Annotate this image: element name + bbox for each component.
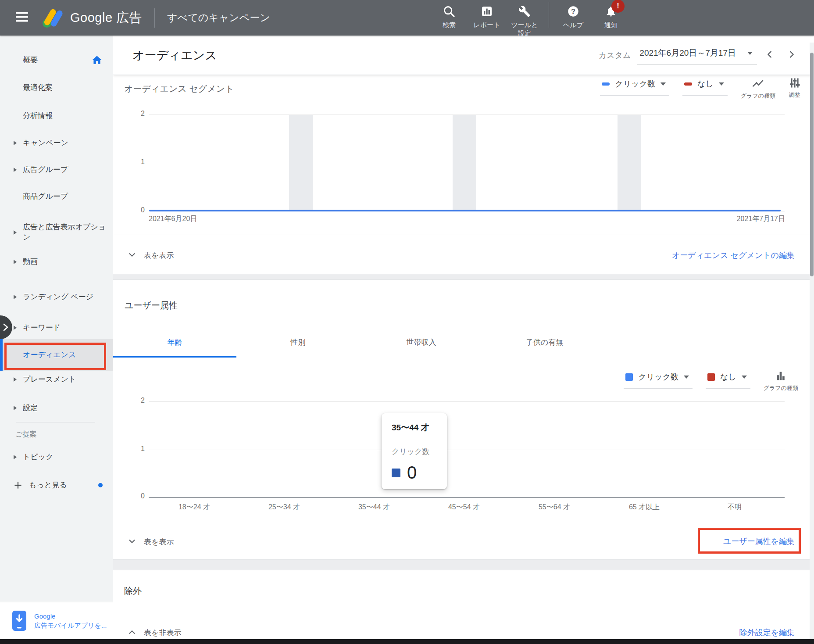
adjust-button[interactable]: 調整 <box>789 76 801 99</box>
sidebar-item-recommendations[interactable]: 最適化案 <box>0 75 113 100</box>
google-ads-logo[interactable]: Google 広告 <box>42 8 142 28</box>
adjust-label: 調整 <box>789 91 800 99</box>
help-button[interactable]: ? ヘルプ <box>554 0 592 29</box>
search-label: 検索 <box>443 21 456 29</box>
chart-type-label: グラフの種類 <box>764 384 798 392</box>
sidebar-item-settings[interactable]: 設定 <box>0 396 113 420</box>
tooltip-metric: クリック数 <box>392 447 447 457</box>
expand-chevron-icon[interactable] <box>14 377 17 382</box>
metric-color-dash <box>602 82 610 86</box>
sidebar-item-audiences[interactable]: オーディエンス <box>0 339 113 371</box>
expand-chevron-icon[interactable] <box>14 295 17 299</box>
divider <box>113 613 814 613</box>
topbar-separator <box>549 2 549 28</box>
date-next-button[interactable] <box>782 47 801 64</box>
sidebar-item-label: もっと見る <box>29 480 67 490</box>
notifications-button[interactable]: 通知 ! <box>592 0 630 29</box>
secondary-metric-dropdown[interactable]: なし <box>682 76 728 96</box>
sidebar-item-topics[interactable]: トピック <box>0 445 113 469</box>
sidebar-item-label: キーワード <box>23 323 61 333</box>
sidebar-item-show-more[interactable]: もっと見る <box>0 473 113 497</box>
primary-metric-dropdown[interactable]: クリック数 <box>600 76 669 96</box>
chevron-down-icon <box>742 376 747 379</box>
edit-exclusions-link[interactable]: 除外設定を編集 <box>739 627 795 638</box>
expand-chevron-icon[interactable] <box>14 455 17 459</box>
sidebar-item-product-groups[interactable]: 商品グループ <box>0 184 113 209</box>
date-range-value: 2021年6月20日～7月17日 <box>639 47 736 59</box>
edit-demographics-link[interactable]: ユーザー属性を編集 <box>723 536 795 547</box>
demographics-title: ユーザー属性 <box>125 300 178 311</box>
gridline <box>149 450 785 450</box>
scrollbar-thumb[interactable] <box>810 53 814 276</box>
campaign-scope[interactable]: すべてのキャンペーン <box>167 11 270 25</box>
hide-table-label[interactable]: 表を非表示 <box>144 628 181 638</box>
sidebar-item-label: 広告と広告表示オプション <box>23 222 107 243</box>
demographics-chart-controls: クリック数 なし グラフの種類 <box>624 369 798 392</box>
sidebar-item-ad-groups[interactable]: 広告グループ <box>0 157 113 182</box>
reports-button[interactable]: レポート <box>468 0 506 29</box>
expand-chevron-icon[interactable] <box>14 260 17 264</box>
sidebar-item-landing-pages[interactable]: ランディング ページ <box>0 279 113 315</box>
y-tick: 0 <box>125 492 145 500</box>
suggestions-header: ご提案 <box>15 430 36 439</box>
gridline <box>149 401 785 402</box>
chart-type-button[interactable]: グラフの種類 <box>764 369 798 392</box>
tab-gender[interactable]: 性別 <box>236 327 360 358</box>
tools-settings-button[interactable]: ツールと 設定 <box>506 0 543 36</box>
sidebar-item-label: ランディング ページ <box>23 292 93 302</box>
svg-text:?: ? <box>571 7 575 15</box>
primary-metric-label: クリック数 <box>638 372 678 382</box>
primary-metric-dropdown[interactable]: クリック数 <box>624 369 693 389</box>
expand-chevron-icon[interactable] <box>14 406 17 410</box>
tooltip-color-square <box>392 469 400 477</box>
chart-type-button[interactable]: グラフの種類 <box>741 76 775 100</box>
sidebar-item-label: 広告グループ <box>23 165 68 175</box>
tab-household-income[interactable]: 世帯収入 <box>360 327 483 358</box>
y-tick: 2 <box>125 110 145 118</box>
report-icon <box>481 5 493 18</box>
sidebar-item-overview[interactable]: 概要 <box>0 48 113 72</box>
show-table-label[interactable]: 表を表示 <box>144 250 174 261</box>
tab-age[interactable]: 年齢 <box>113 327 236 358</box>
edit-audience-segments-link[interactable]: オーディエンス セグメントの編集 <box>672 250 795 261</box>
x-category-label: 不明 <box>700 503 770 512</box>
sidebar-item-ads-extensions[interactable]: 広告と広告表示オプション <box>0 215 113 250</box>
sidebar-item-insights[interactable]: 分析情報 <box>0 104 113 128</box>
metric-color-square <box>707 373 715 381</box>
sidebar-item-keywords[interactable]: キーワード <box>0 315 113 340</box>
show-table-expander[interactable] <box>127 537 137 548</box>
y-tick: 2 <box>125 397 145 404</box>
chevron-down-icon <box>719 82 724 86</box>
sidebar-item-videos[interactable]: 動画 <box>0 250 113 274</box>
date-range-dropdown[interactable]: 2021年6月20日～7月17日 <box>637 46 757 64</box>
sidebar-item-placements[interactable]: プレースメント <box>0 367 113 392</box>
primary-metric-label: クリック数 <box>615 79 655 89</box>
promo-line1: Google <box>34 612 107 621</box>
tooltip-value: 0 <box>407 463 417 483</box>
y-tick: 1 <box>125 158 145 166</box>
section-gap <box>113 274 814 280</box>
mobile-app-promo[interactable]: Google 広告モバイルアプリを... <box>0 602 113 639</box>
notification-badge: ! <box>611 0 625 13</box>
show-table-expander[interactable] <box>127 250 137 261</box>
date-prev-button[interactable] <box>760 47 779 64</box>
expand-chevron-icon[interactable] <box>14 326 17 330</box>
sidebar-item-campaigns[interactable]: キャンペーン <box>0 131 113 155</box>
menu-icon[interactable] <box>16 12 28 24</box>
sliders-icon <box>789 77 801 89</box>
hide-table-expander[interactable] <box>127 627 137 639</box>
gridline <box>149 163 785 163</box>
search-icon <box>443 5 455 18</box>
tab-parental-status[interactable]: 子供の有無 <box>483 327 606 358</box>
expand-chevron-icon[interactable] <box>14 168 17 172</box>
expand-chevron-icon[interactable] <box>14 141 17 145</box>
sidebar-item-label: トピック <box>23 452 54 462</box>
segments-chart-controls: クリック数 なし グラフの種類 調整 <box>600 76 801 100</box>
line-chart-icon <box>751 77 764 90</box>
sidebar-item-label: 設定 <box>23 403 38 413</box>
secondary-metric-dropdown[interactable]: なし <box>706 369 750 389</box>
expand-chevron-icon[interactable] <box>14 230 17 235</box>
search-button[interactable]: 検索 <box>430 0 468 29</box>
show-table-label[interactable]: 表を表示 <box>144 537 174 547</box>
x-category-label: 45〜54 才 <box>429 503 499 512</box>
